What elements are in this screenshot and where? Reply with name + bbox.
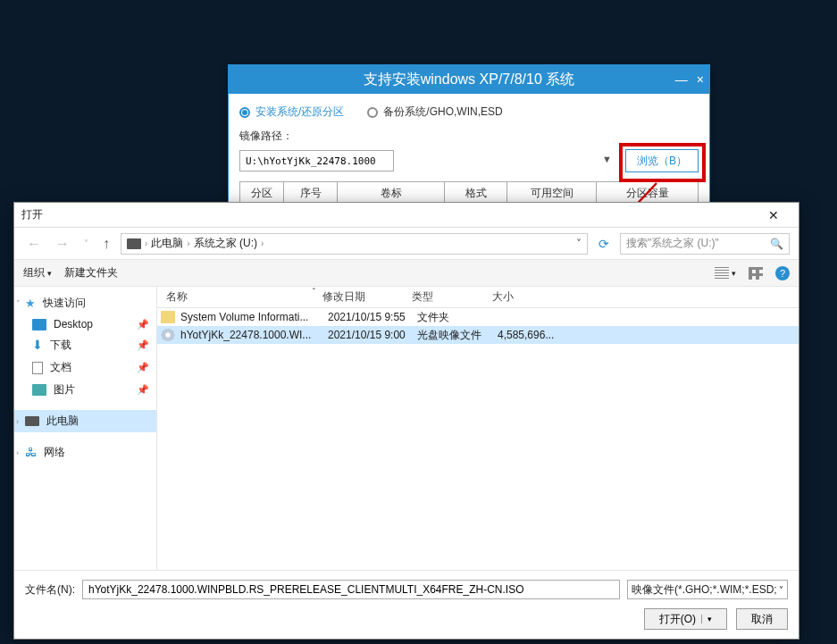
crumb-drive[interactable]: 系统之家 (U:)	[194, 236, 257, 251]
sidebar-item-desktop[interactable]: Desktop 📌	[14, 314, 156, 334]
filename-input[interactable]	[82, 580, 620, 599]
installer-titlebar: 支持安装windows XP/7/8/10 系统 — ×	[229, 65, 709, 94]
refresh-icon[interactable]: ⟳	[595, 237, 613, 251]
radio-dot-selected-icon	[239, 107, 250, 118]
desktop-icon	[32, 319, 46, 330]
close-icon[interactable]: ×	[697, 65, 704, 94]
file-list-pane: 名称 修改日期 类型 大小 System Volume Informati...…	[157, 287, 799, 570]
radio-dot-icon	[367, 107, 378, 118]
crumb-thispc[interactable]: 此电脑	[151, 236, 183, 251]
cancel-button[interactable]: 取消	[736, 608, 788, 630]
pc-icon	[127, 238, 141, 249]
chevron-right-icon: ›	[145, 238, 147, 248]
help-icon[interactable]: ?	[775, 266, 790, 280]
path-label: 镜像路径：	[239, 129, 699, 144]
preview-pane-icon[interactable]	[749, 267, 763, 280]
breadcrumb[interactable]: › 此电脑 › 系统之家 (U:) › ˅	[121, 233, 588, 255]
col-size[interactable]: 大小	[483, 289, 555, 305]
document-icon	[32, 362, 43, 374]
nav-forward-icon[interactable]: →	[52, 236, 73, 252]
nav-recent-icon[interactable]: ˅	[80, 238, 92, 248]
sidebar: ˅ ★ 快速访问 Desktop 📌 ⬇ 下载 📌 文档 📌 图片	[14, 287, 157, 570]
search-icon: 🔍	[770, 238, 783, 250]
view-mode-icon[interactable]: ▾	[715, 267, 736, 280]
dialog-close-icon[interactable]: ✕	[756, 208, 791, 222]
chevron-right-icon: ›	[16, 417, 19, 426]
sidebar-item-downloads[interactable]: ⬇ 下载 📌	[14, 334, 156, 356]
nav-back-icon[interactable]: ←	[23, 236, 45, 252]
nav-up-icon[interactable]: ↑	[99, 236, 113, 252]
chevron-down-icon: ˅	[779, 585, 783, 595]
pc-icon	[25, 416, 39, 426]
radio-install[interactable]: 安装系统/还原分区	[239, 105, 344, 120]
file-open-dialog: 打开 ✕ ← → ˅ ↑ › 此电脑 › 系统之家 (U:) › ˅ ⟳ 搜索"…	[13, 202, 799, 640]
dialog-title: 打开	[21, 207, 756, 222]
pin-icon: 📌	[137, 384, 149, 396]
sidebar-item-thispc[interactable]: › 此电脑	[14, 410, 156, 432]
download-icon: ⬇	[32, 339, 43, 351]
sidebar-item-pictures[interactable]: 图片 📌	[14, 379, 156, 401]
chevron-down-icon[interactable]: ˅	[576, 238, 582, 250]
col-type[interactable]: 类型	[403, 289, 483, 305]
minimize-icon[interactable]: —	[675, 65, 688, 94]
col-date[interactable]: 修改日期	[314, 289, 403, 305]
search-input[interactable]: 搜索"系统之家 (U:)" 🔍	[620, 233, 790, 255]
pin-icon: 📌	[137, 339, 149, 351]
radio-backup[interactable]: 备份系统/GHO,WIN,ESD	[367, 105, 502, 120]
toolbar-organize[interactable]: 组织▾	[23, 265, 52, 280]
open-button[interactable]: 打开(O)▾	[644, 608, 727, 630]
sidebar-item-documents[interactable]: 文档 📌	[14, 356, 156, 379]
installer-title-text: 支持安装windows XP/7/8/10 系统	[364, 71, 575, 87]
pictures-icon	[32, 384, 46, 396]
col-name[interactable]: 名称	[157, 289, 314, 305]
filename-label: 文件名(N):	[25, 582, 75, 598]
image-path-input[interactable]	[239, 150, 394, 171]
chevron-down-icon: ▾	[701, 615, 712, 623]
chevron-right-icon: ›	[187, 238, 189, 248]
chevron-right-icon: ›	[261, 238, 264, 248]
pin-icon: 📌	[137, 362, 149, 373]
star-icon: ★	[25, 297, 36, 310]
installer-window: 支持安装windows XP/7/8/10 系统 — × 安装系统/还原分区 备…	[228, 64, 710, 203]
folder-icon	[161, 311, 175, 323]
file-row[interactable]: System Volume Informati...2021/10/15 9:5…	[157, 308, 799, 326]
chevron-down-icon: ˅	[16, 299, 21, 308]
browse-button[interactable]: 浏览（B）	[625, 149, 699, 172]
disc-icon	[161, 329, 175, 341]
filetype-filter[interactable]: 映像文件(*.GHO;*.WIM;*.ESD; ˅	[627, 580, 788, 599]
network-icon: 🖧	[25, 446, 37, 459]
sidebar-item-network[interactable]: › 🖧 网络	[14, 441, 156, 464]
search-placeholder: 搜索"系统之家 (U:)"	[626, 236, 719, 251]
toolbar-newfolder[interactable]: 新建文件夹	[64, 265, 118, 280]
pin-icon: 📌	[137, 319, 149, 330]
file-row[interactable]: hYotYjKk_22478.1000.WI...2021/10/15 9:00…	[157, 326, 799, 344]
chevron-right-icon: ›	[16, 448, 19, 457]
dropdown-caret-icon[interactable]: ▼	[602, 154, 612, 164]
sidebar-quick-access[interactable]: ˅ ★ 快速访问	[14, 292, 156, 314]
